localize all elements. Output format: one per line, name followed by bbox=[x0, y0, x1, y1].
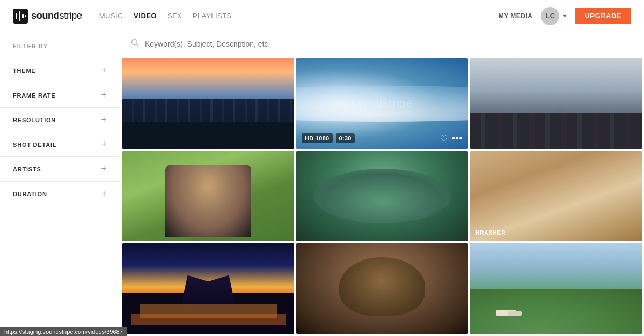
header-right: MY MEDIA LC ▾ UPGRADE bbox=[499, 7, 631, 25]
video-grid: soundstripe HD 1080 0:30 ♡ ••• bbox=[120, 56, 644, 336]
user-avatar[interactable]: LC bbox=[541, 7, 559, 25]
svg-rect-4 bbox=[25, 15, 26, 17]
main-layout: FILTER BY THEME + FRAME RATE + RESOLUTIO… bbox=[0, 32, 644, 336]
video-overlay-2: HD 1080 0:30 ♡ ••• bbox=[302, 133, 463, 144]
filter-resolution[interactable]: RESOLUTION + bbox=[0, 107, 120, 132]
video-tile-5[interactable] bbox=[296, 151, 468, 242]
video-tile-1[interactable] bbox=[122, 58, 294, 149]
hd-badge: HD 1080 bbox=[302, 133, 333, 143]
filter-duration-label: DURATION bbox=[13, 191, 47, 197]
nav-video[interactable]: VIDEO bbox=[134, 12, 157, 20]
filter-resolution-expand-icon[interactable]: + bbox=[101, 114, 107, 125]
svg-line-6 bbox=[137, 44, 139, 47]
header-left: soundstripe MUSIC VIDEO SFX PLAYLISTS bbox=[13, 9, 232, 24]
filter-artists[interactable]: ARTISTS + bbox=[0, 156, 120, 181]
filter-duration-expand-icon[interactable]: + bbox=[101, 188, 107, 199]
video-tile-2[interactable]: soundstripe HD 1080 0:30 ♡ ••• bbox=[296, 58, 468, 149]
svg-rect-2 bbox=[19, 11, 20, 21]
filter-theme[interactable]: THEME + bbox=[0, 58, 120, 83]
nav-music[interactable]: MUSIC bbox=[99, 12, 123, 20]
video-tile-6[interactable]: HRASHER bbox=[470, 151, 642, 242]
filter-shot-detail-label: SHOT DETAIL bbox=[13, 141, 56, 148]
content-area: soundstripe HD 1080 0:30 ♡ ••• bbox=[120, 32, 644, 336]
badge-group-2: HD 1080 0:30 bbox=[302, 133, 355, 143]
filter-by-label: FILTER BY bbox=[0, 43, 120, 58]
duration-badge: 0:30 bbox=[336, 133, 355, 143]
filter-frame-rate[interactable]: FRAME RATE + bbox=[0, 83, 120, 107]
header: soundstripe MUSIC VIDEO SFX PLAYLISTS MY… bbox=[0, 0, 644, 32]
filter-duration[interactable]: DURATION + bbox=[0, 181, 120, 206]
upgrade-button[interactable]: UPGRADE bbox=[575, 8, 631, 24]
filter-shot-detail-expand-icon[interactable]: + bbox=[101, 139, 107, 150]
nav-playlists[interactable]: PLAYLISTS bbox=[193, 12, 232, 20]
filter-artists-label: ARTISTS bbox=[13, 166, 41, 173]
filter-frame-rate-label: FRAME RATE bbox=[13, 92, 55, 99]
video-tile-7[interactable] bbox=[122, 243, 294, 334]
logo-text: soundstripe bbox=[31, 10, 82, 21]
svg-rect-1 bbox=[16, 13, 17, 19]
video-tile-8[interactable] bbox=[296, 243, 468, 334]
video-tile-4[interactable] bbox=[122, 151, 294, 242]
svg-rect-3 bbox=[22, 14, 24, 18]
more-options-icon[interactable]: ••• bbox=[452, 133, 463, 143]
my-media-link[interactable]: MY MEDIA bbox=[499, 12, 533, 20]
status-bar: https://staging.soundstripe.com/videos/3… bbox=[0, 327, 127, 336]
status-url: https://staging.soundstripe.com/videos/3… bbox=[4, 328, 123, 335]
main-nav: MUSIC VIDEO SFX PLAYLISTS bbox=[99, 12, 232, 20]
filter-theme-label: THEME bbox=[13, 68, 36, 74]
search-bar bbox=[120, 32, 644, 56]
filter-shot-detail[interactable]: SHOT DETAIL + bbox=[0, 132, 120, 156]
chevron-down-icon[interactable]: ▾ bbox=[564, 13, 566, 19]
logo[interactable]: soundstripe bbox=[13, 9, 82, 24]
filter-artists-expand-icon[interactable]: + bbox=[101, 163, 107, 175]
nav-sfx[interactable]: SFX bbox=[167, 12, 182, 20]
search-input[interactable] bbox=[145, 40, 633, 48]
filter-theme-expand-icon[interactable]: + bbox=[101, 65, 107, 76]
filter-resolution-label: RESOLUTION bbox=[13, 117, 56, 123]
heart-icon[interactable]: ♡ bbox=[440, 133, 448, 144]
logo-icon bbox=[13, 9, 28, 24]
search-icon bbox=[131, 39, 140, 49]
sidebar: FILTER BY THEME + FRAME RATE + RESOLUTIO… bbox=[0, 32, 120, 336]
video-tile-3[interactable] bbox=[470, 58, 642, 149]
action-group-2: ♡ ••• bbox=[440, 133, 463, 144]
video-tile-9[interactable] bbox=[470, 243, 642, 334]
filter-frame-rate-expand-icon[interactable]: + bbox=[101, 89, 107, 101]
